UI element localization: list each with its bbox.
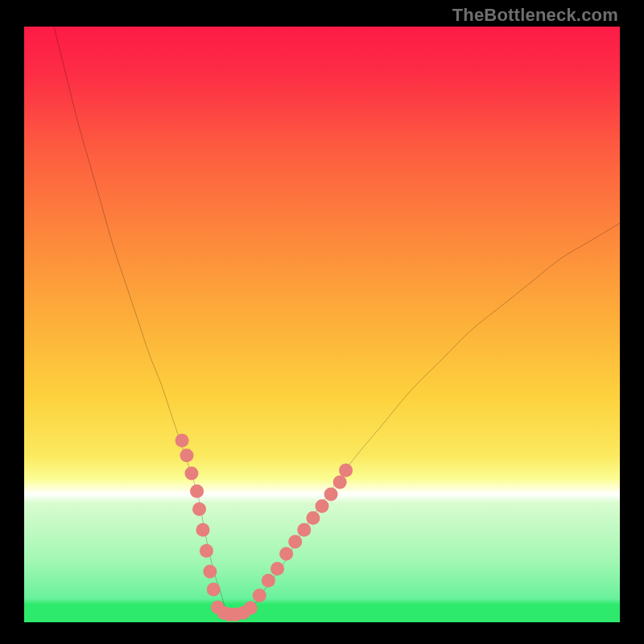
data-marker (297, 523, 311, 537)
data-marker (207, 583, 221, 597)
data-marker (175, 434, 189, 448)
data-marker (315, 499, 328, 513)
data-marker (279, 547, 293, 560)
data-marker (200, 544, 213, 558)
data-marker (324, 487, 338, 501)
data-marker (262, 574, 275, 588)
watermark-text: TheBottleneck.com (452, 5, 618, 26)
data-marker (184, 466, 198, 480)
data-marker (339, 464, 353, 477)
data-marker (196, 523, 209, 537)
data-marker (180, 448, 194, 462)
data-marker (306, 511, 320, 525)
chart-frame (24, 27, 620, 622)
data-marker (288, 535, 302, 549)
data-marker (192, 502, 206, 516)
data-marker (244, 601, 258, 615)
data-marker (333, 476, 347, 489)
data-marker (270, 562, 284, 576)
data-marker (203, 565, 217, 579)
data-marker (253, 588, 266, 602)
chart-svg (24, 27, 620, 622)
data-marker (190, 485, 204, 498)
gradient-background (24, 27, 620, 622)
